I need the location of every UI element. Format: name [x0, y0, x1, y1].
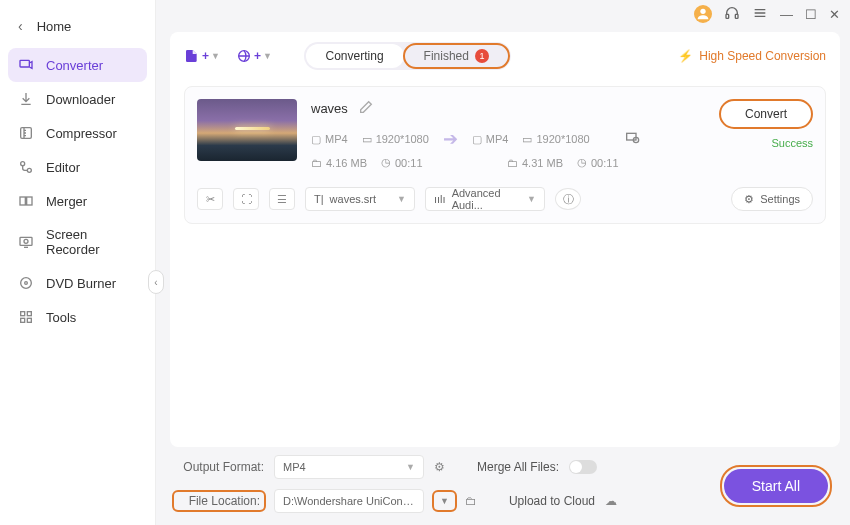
chevron-left-icon: ‹: [18, 18, 23, 34]
sidebar-item-downloader[interactable]: Downloader: [0, 82, 155, 116]
settings-label: Settings: [760, 193, 800, 205]
sidebar-item-screenrecorder[interactable]: Screen Recorder: [0, 218, 155, 266]
svg-rect-18: [626, 133, 635, 140]
svg-point-7: [24, 239, 28, 243]
sidebar-item-editor[interactable]: Editor: [0, 150, 155, 184]
svg-point-8: [21, 278, 32, 289]
menu-icon[interactable]: [752, 5, 768, 24]
crop-icon[interactable]: ⛶: [233, 188, 259, 210]
maximize-button[interactable]: ☐: [805, 7, 817, 22]
resolution-icon: ▭: [522, 133, 532, 146]
svg-rect-15: [726, 14, 729, 18]
sidebar-item-label: Tools: [46, 310, 76, 325]
svg-point-9: [25, 282, 28, 285]
sidebar-item-tools[interactable]: Tools: [0, 300, 155, 334]
svg-rect-0: [20, 60, 29, 67]
main: ‹ — ☐ ✕ + ▼ + ▼ Conve: [156, 0, 850, 525]
chevron-down-icon: ▼: [211, 51, 220, 61]
queue-item: waves ▢MP4 ▭1920*1080 ➔ ▢MP4 ▭1920*1: [184, 86, 826, 224]
src-duration: 00:11: [395, 157, 423, 169]
start-all-button[interactable]: Start All: [724, 469, 828, 503]
dst-format: MP4: [486, 133, 509, 145]
more-icon[interactable]: ☰: [269, 188, 295, 210]
target-specs: ▢MP4 ▭1920*1080: [472, 133, 590, 146]
status-tabs: Converting Finished 1: [304, 42, 511, 70]
video-thumbnail[interactable]: [197, 99, 297, 161]
back-button[interactable]: ‹ Home: [0, 12, 155, 48]
dst-duration: 00:11: [591, 157, 619, 169]
dst-resolution: 1920*1080: [536, 133, 589, 145]
sidebar-item-dvdburner[interactable]: DVD Burner: [0, 266, 155, 300]
src-format: MP4: [325, 133, 348, 145]
tab-finished[interactable]: Finished 1: [404, 44, 509, 68]
panel-toprow: + ▼ + ▼ Converting Finished 1 ⚡: [184, 42, 826, 70]
file-location-dropdown[interactable]: D:\Wondershare UniConverter 1: [274, 489, 424, 513]
cloud-icon[interactable]: ☁: [605, 494, 617, 508]
open-folder-icon[interactable]: 🗀: [465, 494, 477, 508]
video-icon: ▢: [472, 133, 482, 146]
file-location-chevron[interactable]: ▼: [434, 492, 455, 510]
target-settings-icon[interactable]: [624, 130, 640, 148]
sidebar-item-merger[interactable]: Merger: [0, 184, 155, 218]
tools-icon: [18, 309, 34, 325]
src-resolution: 1920*1080: [376, 133, 429, 145]
tab-label: Converting: [326, 49, 384, 63]
trim-icon[interactable]: ✂: [197, 188, 223, 210]
subtitle-dropdown[interactable]: T| waves.srt ▼: [305, 187, 415, 211]
highspeed-toggle[interactable]: ⚡ High Speed Conversion: [678, 49, 826, 63]
merge-toggle[interactable]: [569, 460, 597, 474]
audio-dropdown[interactable]: ıılı Advanced Audi... ▼: [425, 187, 545, 211]
file-location-value: D:\Wondershare UniConverter 1: [283, 495, 415, 507]
sidebar-item-label: Downloader: [46, 92, 115, 107]
svg-point-14: [700, 9, 705, 14]
output-gear-icon[interactable]: ⚙: [434, 460, 445, 474]
chevron-down-icon: ▼: [263, 51, 272, 61]
back-label: Home: [37, 19, 72, 34]
highspeed-label: High Speed Conversion: [699, 49, 826, 63]
clock-icon: ◷: [577, 156, 587, 169]
resolution-icon: ▭: [362, 133, 372, 146]
start-all-label: Start All: [752, 478, 800, 494]
sidebar-item-label: Editor: [46, 160, 80, 175]
start-all-outline: Start All: [720, 465, 832, 507]
sidebar-item-compressor[interactable]: Compressor: [0, 116, 155, 150]
svg-point-2: [21, 162, 25, 166]
convert-button[interactable]: Convert: [719, 99, 813, 129]
close-button[interactable]: ✕: [829, 7, 840, 22]
downloader-icon: [18, 91, 34, 107]
folder-icon: 🗀: [507, 157, 518, 169]
svg-rect-12: [21, 318, 25, 322]
tab-converting[interactable]: Converting: [306, 44, 404, 68]
titlebar: — ☐ ✕: [156, 0, 850, 28]
output-format-value: MP4: [283, 461, 306, 473]
upload-cloud-label: Upload to Cloud: [509, 494, 595, 508]
convert-label: Convert: [745, 107, 787, 121]
file-name: waves: [311, 101, 348, 116]
footer: Output Format: MP4 ▼ ⚙ Merge All Files: …: [156, 447, 850, 525]
chevron-down-icon: ▼: [397, 194, 406, 204]
sidebar-item-label: Merger: [46, 194, 87, 209]
clock-icon: ◷: [381, 156, 391, 169]
sidebar-item-converter[interactable]: Converter: [8, 48, 147, 82]
headphones-icon[interactable]: [724, 5, 740, 24]
info-icon[interactable]: ⓘ: [555, 188, 581, 210]
svg-point-3: [27, 168, 31, 172]
sidebar: ‹ Home Converter Downloader Compressor E…: [0, 0, 156, 525]
audio-icon: ıılı: [434, 193, 446, 205]
output-format-dropdown[interactable]: MP4 ▼: [274, 455, 424, 479]
add-url-button[interactable]: + ▼: [236, 48, 272, 64]
edit-name-icon[interactable]: [358, 99, 374, 118]
minimize-button[interactable]: —: [780, 7, 793, 22]
tab-label: Finished: [424, 49, 469, 63]
svg-rect-11: [27, 312, 31, 316]
converter-icon: [18, 57, 34, 73]
user-avatar[interactable]: [694, 5, 712, 23]
subtitle-value: waves.srt: [330, 193, 376, 205]
video-icon: ▢: [311, 133, 321, 146]
settings-button[interactable]: ⚙ Settings: [731, 187, 813, 211]
sidebar-item-label: DVD Burner: [46, 276, 116, 291]
source-specs: ▢MP4 ▭1920*1080: [311, 133, 429, 146]
add-file-button[interactable]: + ▼: [184, 48, 220, 64]
file-location-label: File Location:: [174, 492, 264, 510]
collapse-sidebar-button[interactable]: ‹: [148, 270, 164, 294]
